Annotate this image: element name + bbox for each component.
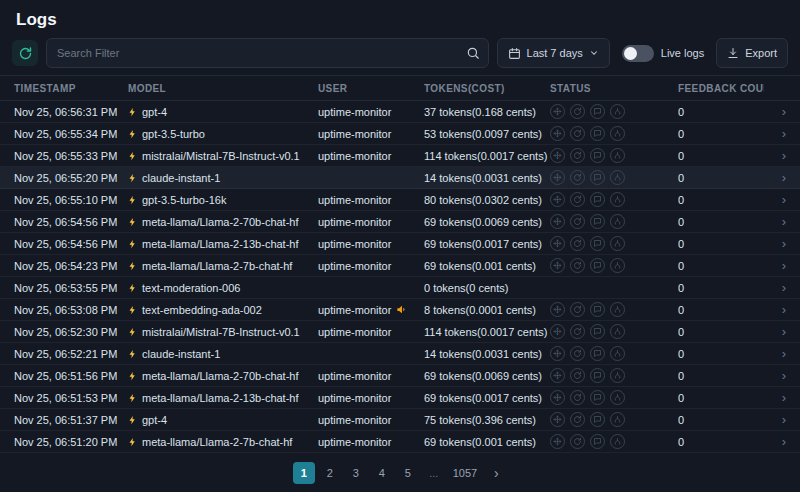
hierarchy-icon[interactable]	[610, 148, 625, 163]
retry-icon[interactable]	[570, 412, 585, 427]
pagination-next-button[interactable]: ›	[485, 462, 507, 484]
retry-icon[interactable]	[570, 324, 585, 339]
hierarchy-icon[interactable]	[610, 104, 625, 119]
feedback-icon[interactable]	[590, 258, 605, 273]
retry-icon[interactable]	[570, 390, 585, 405]
move-icon[interactable]	[550, 236, 565, 251]
hierarchy-icon[interactable]	[610, 192, 625, 207]
hierarchy-icon[interactable]	[610, 214, 625, 229]
hierarchy-icon[interactable]	[610, 390, 625, 405]
retry-icon[interactable]	[570, 148, 585, 163]
row-chevron-icon[interactable]: ›	[764, 193, 786, 206]
move-icon[interactable]	[550, 346, 565, 361]
row-chevron-icon[interactable]: ›	[764, 303, 786, 316]
table-row[interactable]: Nov 25, 06:51:37 PM gpt-4 uptime-monitor…	[0, 409, 800, 431]
row-chevron-icon[interactable]: ›	[764, 369, 786, 382]
table-row[interactable]: Nov 25, 06:54:56 PM meta-llama/Llama-2-1…	[0, 233, 800, 255]
move-icon[interactable]	[550, 434, 565, 449]
refresh-button[interactable]	[12, 40, 38, 66]
retry-icon[interactable]	[570, 170, 585, 185]
move-icon[interactable]	[550, 368, 565, 383]
move-icon[interactable]	[550, 258, 565, 273]
hierarchy-icon[interactable]	[610, 170, 625, 185]
table-row[interactable]: Nov 25, 06:52:21 PM claude-instant-1 14 …	[0, 343, 800, 365]
feedback-icon[interactable]	[590, 236, 605, 251]
table-row[interactable]: Nov 25, 06:55:10 PM gpt-3.5-turbo-16k up…	[0, 189, 800, 211]
retry-icon[interactable]	[570, 368, 585, 383]
pagination-page[interactable]: 5	[397, 462, 419, 484]
table-row[interactable]: Nov 25, 06:53:08 PM text-embedding-ada-0…	[0, 299, 800, 321]
table-row[interactable]: Nov 25, 06:51:56 PM meta-llama/Llama-2-7…	[0, 365, 800, 387]
feedback-icon[interactable]	[590, 324, 605, 339]
table-row[interactable]: Nov 25, 06:51:53 PM meta-llama/Llama-2-1…	[0, 387, 800, 409]
retry-icon[interactable]	[570, 214, 585, 229]
feedback-icon[interactable]	[590, 390, 605, 405]
retry-icon[interactable]	[570, 104, 585, 119]
pagination-page[interactable]: 3	[345, 462, 367, 484]
move-icon[interactable]	[550, 390, 565, 405]
move-icon[interactable]	[550, 302, 565, 317]
retry-icon[interactable]	[570, 126, 585, 141]
retry-icon[interactable]	[570, 346, 585, 361]
move-icon[interactable]	[550, 214, 565, 229]
move-icon[interactable]	[550, 192, 565, 207]
feedback-icon[interactable]	[590, 368, 605, 383]
table-row[interactable]: Nov 25, 06:54:23 PM meta-llama/Llama-2-7…	[0, 255, 800, 277]
feedback-icon[interactable]	[590, 104, 605, 119]
feedback-icon[interactable]	[590, 412, 605, 427]
feedback-icon[interactable]	[590, 170, 605, 185]
table-row[interactable]: Nov 25, 06:52:30 PM mistralai/Mistral-7B…	[0, 321, 800, 343]
row-chevron-icon[interactable]: ›	[764, 347, 786, 360]
retry-icon[interactable]	[570, 236, 585, 251]
retry-icon[interactable]	[570, 258, 585, 273]
retry-icon[interactable]	[570, 302, 585, 317]
hierarchy-icon[interactable]	[610, 368, 625, 383]
feedback-icon[interactable]	[590, 126, 605, 141]
live-logs-toggle[interactable]	[622, 45, 654, 62]
pagination-page[interactable]: 2	[319, 462, 341, 484]
retry-icon[interactable]	[570, 434, 585, 449]
move-icon[interactable]	[550, 412, 565, 427]
move-icon[interactable]	[550, 324, 565, 339]
pagination-page[interactable]: 1	[293, 462, 315, 484]
table-row[interactable]: Nov 25, 06:54:56 PM meta-llama/Llama-2-7…	[0, 211, 800, 233]
table-row[interactable]: Nov 25, 06:55:33 PM mistralai/Mistral-7B…	[0, 145, 800, 167]
hierarchy-icon[interactable]	[610, 412, 625, 427]
table-row[interactable]: Nov 25, 06:53:55 PM text-moderation-006 …	[0, 277, 800, 299]
hierarchy-icon[interactable]	[610, 126, 625, 141]
feedback-icon[interactable]	[590, 192, 605, 207]
row-chevron-icon[interactable]: ›	[764, 325, 786, 338]
row-chevron-icon[interactable]: ›	[764, 237, 786, 250]
move-icon[interactable]	[550, 170, 565, 185]
move-icon[interactable]	[550, 148, 565, 163]
feedback-icon[interactable]	[590, 302, 605, 317]
retry-icon[interactable]	[570, 192, 585, 207]
row-chevron-icon[interactable]: ›	[764, 281, 786, 294]
table-row[interactable]: Nov 25, 06:51:20 PM meta-llama/Llama-2-7…	[0, 431, 800, 453]
hierarchy-icon[interactable]	[610, 346, 625, 361]
pagination-page[interactable]: 4	[371, 462, 393, 484]
hierarchy-icon[interactable]	[610, 302, 625, 317]
table-row[interactable]: Nov 25, 06:55:34 PM gpt-3.5-turbo uptime…	[0, 123, 800, 145]
feedback-icon[interactable]	[590, 148, 605, 163]
row-chevron-icon[interactable]: ›	[764, 105, 786, 118]
row-chevron-icon[interactable]: ›	[764, 413, 786, 426]
row-chevron-icon[interactable]: ›	[764, 391, 786, 404]
move-icon[interactable]	[550, 104, 565, 119]
row-chevron-icon[interactable]: ›	[764, 435, 786, 448]
date-range-button[interactable]: Last 7 days	[497, 38, 610, 68]
feedback-icon[interactable]	[590, 214, 605, 229]
row-chevron-icon[interactable]: ›	[764, 215, 786, 228]
row-chevron-icon[interactable]: ›	[764, 149, 786, 162]
hierarchy-icon[interactable]	[610, 236, 625, 251]
pagination-page[interactable]: 1057	[449, 462, 481, 484]
row-chevron-icon[interactable]: ›	[764, 171, 786, 184]
hierarchy-icon[interactable]	[610, 324, 625, 339]
move-icon[interactable]	[550, 126, 565, 141]
feedback-icon[interactable]	[590, 346, 605, 361]
row-chevron-icon[interactable]: ›	[764, 127, 786, 140]
search-input[interactable]	[46, 38, 489, 68]
hierarchy-icon[interactable]	[610, 434, 625, 449]
row-chevron-icon[interactable]: ›	[764, 259, 786, 272]
table-row[interactable]: Nov 25, 06:56:31 PM gpt-4 uptime-monitor…	[0, 101, 800, 123]
